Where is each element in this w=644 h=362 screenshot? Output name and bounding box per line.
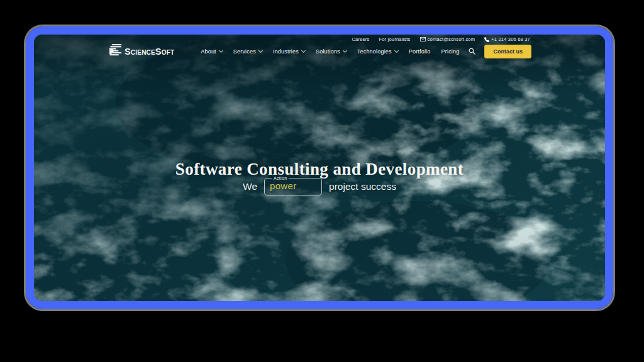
nav-label: Portfolio xyxy=(409,48,431,55)
logo-text: ScienceSoft xyxy=(125,47,174,57)
action-word-box[interactable]: Action power xyxy=(264,176,322,195)
envelope-icon xyxy=(420,37,426,41)
nav-item-services[interactable]: Services xyxy=(233,48,262,55)
page-content: Careers For journalists contact@scnsoft.… xyxy=(34,35,605,301)
nav-item-about[interactable]: About xyxy=(201,48,223,55)
chevron-down-icon xyxy=(394,48,399,53)
for-journalists-link[interactable]: For journalists xyxy=(379,36,410,42)
main-header: ScienceSoft About Services Industries xyxy=(109,43,531,60)
nav-label: Pricing xyxy=(441,48,460,55)
nav-item-pricing[interactable]: Pricing xyxy=(441,48,460,55)
nav-label: Solutions xyxy=(316,48,340,55)
nav-item-solutions[interactable]: Solutions xyxy=(316,48,347,55)
email-label: contact@scnsoft.com xyxy=(428,36,475,42)
search-icon[interactable] xyxy=(469,48,475,55)
action-word-value: power xyxy=(270,180,296,191)
hero-subtitle-suffix: project success xyxy=(329,181,396,192)
nav-label: Services xyxy=(233,48,256,55)
sciencesoft-logo-icon xyxy=(109,44,121,58)
phone-link[interactable]: +1 214 306 68 37 xyxy=(484,36,530,42)
sciencesoft-logo[interactable]: ScienceSoft xyxy=(109,44,174,58)
hero-subtitle-prefix: We xyxy=(243,181,257,192)
nav-item-technologies[interactable]: Technologies xyxy=(357,48,398,55)
chevron-down-icon xyxy=(301,48,306,53)
chevron-down-icon xyxy=(219,48,223,53)
nav-label: About xyxy=(201,48,216,55)
hero-subtitle: We Action power project success xyxy=(34,176,605,195)
chevron-down-icon xyxy=(258,48,263,53)
chevron-down-icon xyxy=(343,48,347,53)
contact-us-button[interactable]: Contact us xyxy=(484,45,531,58)
phone-label: +1 214 306 68 37 xyxy=(491,36,530,42)
nav-item-industries[interactable]: Industries xyxy=(273,48,305,55)
webpage-viewport: Careers For journalists contact@scnsoft.… xyxy=(34,35,605,301)
careers-label: Careers xyxy=(352,36,369,42)
browser-window-frame: Careers For journalists contact@scnsoft.… xyxy=(26,26,613,309)
email-link[interactable]: contact@scnsoft.com xyxy=(420,36,475,42)
action-box-label: Action xyxy=(272,176,289,180)
nav-label: Industries xyxy=(273,48,299,55)
careers-link[interactable]: Careers xyxy=(352,36,369,42)
nav-item-portfolio[interactable]: Portfolio xyxy=(409,48,431,55)
main-nav: About Services Industries Solutions xyxy=(201,48,459,55)
nav-label: Technologies xyxy=(357,48,392,55)
for-journalists-label: For journalists xyxy=(379,36,410,42)
phone-icon xyxy=(484,37,489,42)
